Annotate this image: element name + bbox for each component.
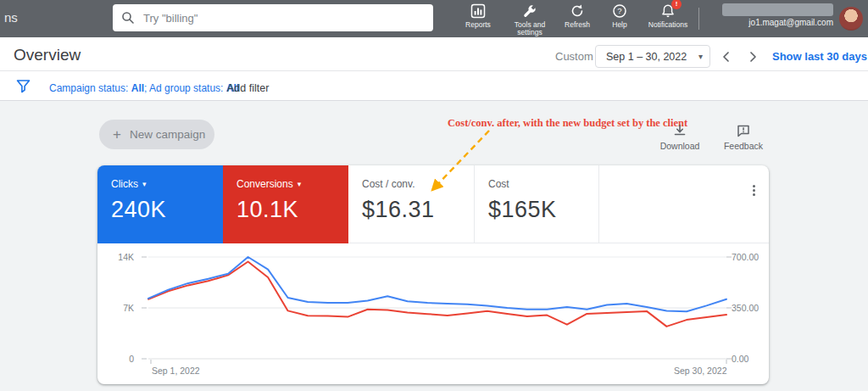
scorecard-clicks[interactable]: Clicks▾ 240K xyxy=(97,165,223,243)
scorecard-value: $165K xyxy=(488,197,598,223)
ad-group-status-label: ; Ad group status: xyxy=(144,82,226,94)
scorecard-cost[interactable]: Cost $165K xyxy=(474,165,599,243)
reports-icon xyxy=(470,3,486,19)
download-icon xyxy=(673,124,687,137)
scorecard-label: Conversions xyxy=(236,178,293,190)
wrench-icon xyxy=(522,3,537,19)
y-right-tick-700: 700.00 xyxy=(732,252,759,262)
y-right-tick-0: 0.00 xyxy=(732,354,748,364)
y-left-tick-14k: 14K xyxy=(110,252,134,262)
y-right-tick-350: 350.00 xyxy=(732,303,759,313)
campaign-status-value: All xyxy=(131,82,144,94)
y-left-tick-7k: 7K xyxy=(110,303,134,313)
card-overflow-menu[interactable] xyxy=(743,179,764,201)
topbar-notifications-button[interactable]: ! Notifications xyxy=(641,3,695,29)
scorecard-value: 240K xyxy=(111,197,223,223)
filter-funnel-icon[interactable] xyxy=(16,79,31,93)
account-avatar[interactable] xyxy=(839,7,863,31)
annotation-note: Cost/conv. after, with the new budget se… xyxy=(448,117,687,130)
refresh-icon xyxy=(570,3,585,19)
feedback-button[interactable]: Feedback xyxy=(720,124,767,151)
scorecard-label: Clicks xyxy=(111,178,138,190)
top-app-bar: ns Reports Tools and settings Refresh ? … xyxy=(0,0,868,37)
svg-text:?: ? xyxy=(617,6,621,15)
help-icon: ? xyxy=(612,3,627,19)
scorecard-label: Cost / conv. xyxy=(362,178,415,190)
trend-chart-canvas xyxy=(97,243,769,384)
chevron-left-icon xyxy=(720,50,733,64)
notification-badge: ! xyxy=(671,0,682,9)
feedback-icon xyxy=(737,124,750,137)
plus-icon: + xyxy=(113,127,121,142)
download-label: Download xyxy=(660,141,700,151)
google-ads-overview-page: ns Reports Tools and settings Refresh ? … xyxy=(0,0,868,391)
account-name-redacted xyxy=(722,3,833,16)
chevron-down-icon: ▾ xyxy=(298,180,302,188)
topbar-item-label: Reports xyxy=(465,21,491,29)
scorecard-conversions[interactable]: Conversions▾ 10.1K xyxy=(223,165,348,243)
scorecard-row: Clicks▾ 240K Conversions▾ 10.1K Cost / c… xyxy=(97,165,769,243)
search-icon xyxy=(121,11,135,25)
campaign-status-filter[interactable]: Campaign status: All; Ad group status: A… xyxy=(49,82,239,94)
chevron-down-icon: ▾ xyxy=(142,180,147,188)
search-box[interactable] xyxy=(113,4,433,31)
add-filter-button[interactable]: Add filter xyxy=(227,82,269,94)
date-range-selector[interactable]: Sep 1 – 30, 2022 ▾ xyxy=(595,45,710,68)
scorecard-value: 10.1K xyxy=(236,197,348,223)
scorecard-cost-per-conv[interactable]: Cost / conv. $16.31 xyxy=(348,165,474,243)
overview-chart-card: Clicks▾ 240K Conversions▾ 10.1K Cost / c… xyxy=(97,165,769,384)
new-campaign-label: New campaign xyxy=(130,128,205,141)
scorecard-label: Cost xyxy=(488,178,509,190)
chevron-down-icon: ▾ xyxy=(698,52,703,61)
conversions-line xyxy=(148,262,726,327)
topbar-item-label: Tools and settings xyxy=(508,21,552,36)
campaign-status-label: Campaign status: xyxy=(49,82,131,94)
topbar-divider xyxy=(698,8,699,30)
feedback-label: Feedback xyxy=(724,141,763,151)
date-range-value: Sep 1 – 30, 2022 xyxy=(606,51,695,63)
search-input[interactable] xyxy=(143,12,425,25)
trend-chart: 14K 7K 0 700.00 350.00 0.00 Sep 1, 2022 … xyxy=(97,243,769,384)
date-range-type-label: Custom xyxy=(555,50,593,63)
page-header-row xyxy=(0,37,868,71)
topbar-tools-button[interactable]: Tools and settings xyxy=(503,3,557,36)
topbar-item-label: Help xyxy=(612,21,626,29)
clicks-line xyxy=(148,257,726,311)
previous-period-button[interactable] xyxy=(716,47,737,67)
page-title: Overview xyxy=(14,46,81,64)
nav-partial-text: ns xyxy=(4,10,18,25)
new-campaign-button[interactable]: + New campaign xyxy=(99,120,214,149)
scorecard-value: $16.31 xyxy=(362,197,474,223)
account-email: jo1.magat@gmail.com xyxy=(704,18,833,27)
download-button[interactable]: Download xyxy=(656,124,704,151)
next-period-button[interactable] xyxy=(743,47,763,67)
topbar-help-button[interactable]: ? Help xyxy=(593,3,647,29)
x-tick-sep30: Sep 30, 2022 xyxy=(674,366,726,376)
show-last-30-days-link[interactable]: Show last 30 days xyxy=(772,50,867,63)
x-tick-sep1: Sep 1, 2022 xyxy=(152,366,200,376)
y-left-tick-0: 0 xyxy=(110,354,134,364)
topbar-item-label: Refresh xyxy=(565,21,590,29)
topbar-reports-button[interactable]: Reports xyxy=(451,3,505,29)
chevron-right-icon xyxy=(746,50,760,64)
topbar-item-label: Notifications xyxy=(648,21,687,29)
